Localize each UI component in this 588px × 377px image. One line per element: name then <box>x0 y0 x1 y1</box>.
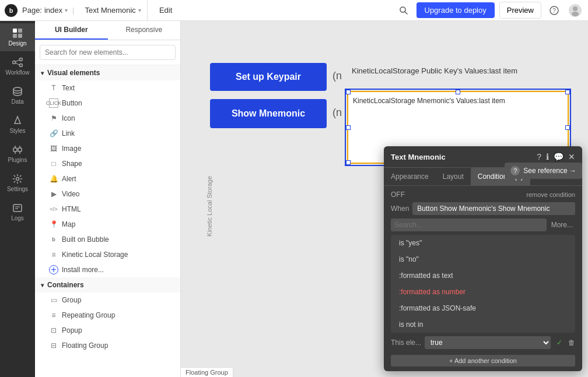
element-text[interactable]: T Text <box>35 80 180 96</box>
dropdown-item-formatted-json[interactable]: :formatted as JSON-safe <box>391 300 575 316</box>
tab-dropdown-arrow[interactable]: ▾ <box>138 7 141 13</box>
element-html[interactable]: </> HTML <box>35 202 180 217</box>
element-floating-group[interactable]: ⊟ Floating Group <box>35 338 180 353</box>
resize-handle-ml[interactable] <box>346 125 351 130</box>
sidebar-item-settings[interactable]: Settings <box>0 169 35 197</box>
page-selector[interactable]: Page: index ▾ <box>22 6 68 15</box>
info-icon[interactable]: ℹ <box>546 152 549 161</box>
svg-rect-18 <box>18 148 22 151</box>
this-elem-row: This ele... true false ✓ 🗑 <box>391 336 575 349</box>
sidebar-nav: Design Workflow Data Styles Plugins Sett… <box>0 21 35 377</box>
element-kinetic-label: Kinetic Local Storage <box>62 251 128 259</box>
shape-icon: □ <box>49 159 58 168</box>
remove-condition-btn[interactable]: remove condition <box>526 191 575 198</box>
elements-panel: UI Builder Responsive ▾ Visual elements … <box>35 21 181 377</box>
search-button[interactable] <box>396 2 412 19</box>
sidebar-item-styles[interactable]: Styles <box>0 111 35 139</box>
add-condition-button[interactable]: + Add another condition <box>391 355 575 367</box>
when-label: When <box>391 202 409 213</box>
element-image[interactable]: 🖼 Image <box>35 141 180 156</box>
visual-elements-section[interactable]: ▾ Visual elements <box>35 65 180 80</box>
element-repeating-group[interactable]: ≡ Repeating Group <box>35 308 180 323</box>
show-mnemonic-button[interactable]: Show Mnemonic <box>210 99 327 128</box>
svg-rect-8 <box>18 29 22 33</box>
tab-appearance[interactable]: Appearance <box>384 168 436 185</box>
resize-handle-bl[interactable] <box>346 160 351 165</box>
divider1: | <box>72 6 74 15</box>
setup-keypair-button[interactable]: Set up Keypair <box>210 63 327 91</box>
tab-layout[interactable]: Layout <box>436 168 471 185</box>
svg-text:?: ? <box>552 8 556 14</box>
element-search-input[interactable] <box>40 45 176 60</box>
svg-rect-9 <box>13 34 17 38</box>
settings-label: Settings <box>7 186 28 192</box>
element-group[interactable]: ▭ Group <box>35 293 180 308</box>
sidebar-item-design[interactable]: Design <box>0 23 35 51</box>
element-install-more[interactable]: + Install more... <box>35 262 180 277</box>
help-circle-icon[interactable]: ? <box>537 152 541 161</box>
logs-label: Logs <box>11 215 24 221</box>
resize-handle-mr[interactable] <box>565 125 570 130</box>
dropdown-item-formatted-text[interactable]: :formatted as text <box>391 267 575 284</box>
text-mnemonic-content: KineticLocalStorage Mnemonic's Values:la… <box>353 97 505 105</box>
containers-section-label: Containers <box>47 281 84 289</box>
condition-search-input[interactable] <box>391 219 547 231</box>
dropdown-item-not-in[interactable]: is not in <box>391 316 575 333</box>
chat-icon[interactable]: 💬 <box>554 152 564 161</box>
this-elem-label: This ele... <box>391 339 421 347</box>
resize-handle-tm[interactable] <box>456 90 460 94</box>
sidebar-item-data[interactable]: Data <box>0 82 35 110</box>
tab-responsive[interactable]: Responsive <box>108 21 181 40</box>
dropdown-item-no[interactable]: is "no" <box>391 251 575 267</box>
preview-button[interactable]: Preview <box>499 2 541 19</box>
tab-ui-builder[interactable]: UI Builder <box>35 21 108 40</box>
page-dropdown-arrow[interactable]: ▾ <box>65 7 68 13</box>
user-avatar[interactable] <box>567 2 583 19</box>
resize-handle-tl[interactable] <box>346 90 351 94</box>
sidebar-item-logs[interactable]: Logs <box>0 198 35 226</box>
sidebar-item-plugins[interactable]: Plugins <box>0 140 35 168</box>
topbar: b Page: index ▾ | Text Mnemonic ▾ Edit U… <box>0 0 588 21</box>
help-icon[interactable]: ? <box>546 2 562 19</box>
tab-text-mnemonic[interactable]: Text Mnemonic ▾ <box>79 0 147 21</box>
dropdown-item-formatted-number[interactable]: :formatted as number <box>391 284 575 300</box>
element-icon[interactable]: ⚑ Icon <box>35 111 180 126</box>
condition-dropdown: is "yes" is "no" :formatted as text :for… <box>391 235 575 333</box>
element-alert[interactable]: 🔔 Alert <box>35 171 180 186</box>
element-popup[interactable]: ⊡ Popup <box>35 323 180 338</box>
element-icon-label: Icon <box>62 114 75 122</box>
element-kinetic[interactable]: ≡ Kinetic Local Storage <box>35 247 180 262</box>
icon-icon: ⚑ <box>49 114 58 123</box>
element-map[interactable]: 📍 Map <box>35 217 180 232</box>
key-text: KineticLocalStorage Public Key's Values:… <box>352 66 517 75</box>
dropdown-item-yes[interactable]: is "yes" <box>391 235 575 251</box>
off-label: OFF <box>391 191 405 199</box>
close-icon[interactable]: ✕ <box>568 152 575 161</box>
element-shape[interactable]: □ Shape <box>35 156 180 171</box>
upgrade-button[interactable]: Upgrade to deploy <box>416 2 495 18</box>
section-arrow: ▾ <box>41 70 44 76</box>
styles-label: Styles <box>9 128 25 134</box>
more-button[interactable]: More... <box>549 219 575 231</box>
mnemonic-n-icon: (n <box>332 107 342 119</box>
float-panel-icons: ? ℹ 💬 ✕ <box>537 152 575 161</box>
video-icon: ▶ <box>49 189 58 199</box>
group-icon: ▭ <box>49 295 58 305</box>
when-value[interactable]: Button Show Mnemonic's Show Mnemonic <box>412 202 575 215</box>
sidebar-item-workflow[interactable]: Workflow <box>0 52 35 80</box>
containers-section[interactable]: ▾ Containers <box>35 277 180 293</box>
svg-line-15 <box>16 63 20 65</box>
element-shape-label: Shape <box>62 160 82 168</box>
resize-handle-tr[interactable] <box>565 90 570 94</box>
element-link[interactable]: 🔗 Link <box>35 126 180 141</box>
element-button[interactable]: CLICK Button <box>35 96 180 111</box>
ref-text[interactable]: See reference → <box>523 167 576 175</box>
element-video-label: Video <box>62 190 79 198</box>
floating-group-label: Floating Group <box>181 367 233 377</box>
this-elem-select[interactable]: true false <box>425 336 551 349</box>
edit-mode: Edit <box>152 6 179 15</box>
element-bubble[interactable]: b Built on Bubble <box>35 232 180 247</box>
element-video[interactable]: ▶ Video <box>35 186 180 202</box>
svg-point-6 <box>572 12 579 16</box>
delete-condition-icon[interactable]: 🗑 <box>568 339 575 347</box>
